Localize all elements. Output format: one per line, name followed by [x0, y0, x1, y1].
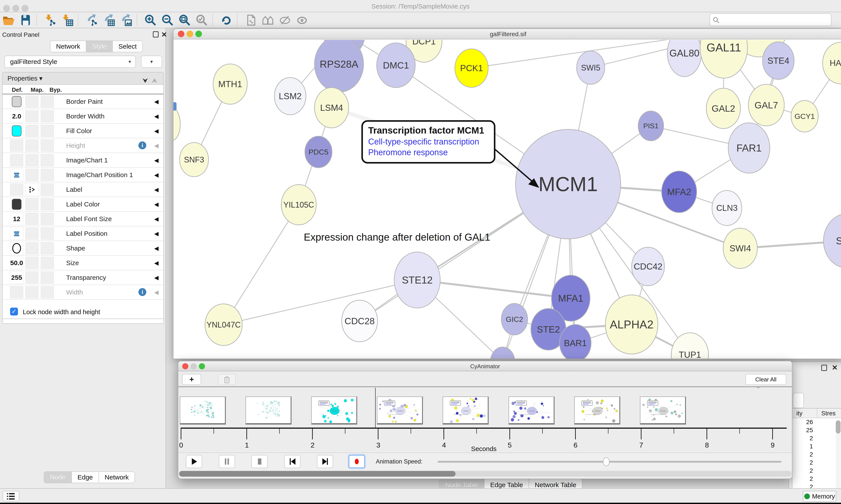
mapping-cell[interactable]: [25, 169, 38, 181]
PCK1-node[interactable]: [455, 49, 488, 87]
CLN3-node[interactable]: [712, 191, 742, 226]
expand-property-icon[interactable]: ◀: [154, 274, 159, 281]
frame-thumbnail-6s[interactable]: MCM1: [574, 396, 620, 425]
default-value-cell[interactable]: [10, 183, 23, 196]
column-stress[interactable]: Stres: [821, 410, 836, 417]
botcut-node[interactable]: [490, 347, 515, 359]
lock-size-checkbox[interactable]: ✓: [10, 308, 18, 316]
mapping-cell[interactable]: [25, 213, 38, 225]
column-divider[interactable]: [817, 409, 817, 418]
annotation-link-2[interactable]: Pheromone response: [368, 148, 492, 157]
search-input[interactable]: [710, 13, 831, 26]
zoom-fit-icon[interactable]: [178, 14, 191, 26]
expand-property-icon[interactable]: ◀: [154, 128, 159, 134]
bypass-cell[interactable]: [41, 213, 54, 225]
frame-thumbnail-1s[interactable]: [246, 396, 291, 425]
property-row-transparency[interactable]: 255Transparency◀: [3, 270, 163, 285]
LSM2-node[interactable]: [274, 77, 306, 115]
bypass-cell[interactable]: [41, 154, 54, 166]
memory-button[interactable]: Memory: [803, 491, 836, 502]
expand-property-icon[interactable]: ◀: [154, 172, 159, 178]
GAL80-node[interactable]: [667, 40, 701, 77]
bypass-cell[interactable]: [41, 140, 54, 152]
default-value-cell[interactable]: [10, 198, 23, 211]
bypass-cell[interactable]: [41, 110, 54, 122]
PDC5-node[interactable]: [305, 136, 332, 168]
mapping-cell[interactable]: [25, 242, 38, 254]
property-row-height[interactable]: Heighti◀: [3, 138, 163, 153]
tab-edge-style[interactable]: Edge: [72, 471, 99, 483]
task-history-button[interactable]: [3, 491, 19, 501]
style-options-button[interactable]: ▾: [141, 56, 162, 68]
bypass-cell[interactable]: [41, 169, 54, 181]
property-row-image-chart-position-1[interactable]: Image/Chart Position 1◀: [3, 168, 163, 182]
default-value-cell[interactable]: 2.0: [10, 110, 23, 122]
bypass-cell[interactable]: [41, 271, 54, 284]
property-row-size[interactable]: 50.0Size◀: [3, 256, 163, 270]
pause-button[interactable]: [219, 455, 235, 468]
table-row[interactable]: 2: [792, 467, 841, 475]
property-row-border-width[interactable]: 2.0Border Width◀: [3, 109, 163, 124]
default-value-cell[interactable]: [10, 125, 23, 137]
expand-property-icon[interactable]: ◀: [154, 201, 159, 208]
float-panel-icon[interactable]: [153, 31, 159, 37]
mapping-cell[interactable]: [25, 140, 38, 152]
mapping-cell[interactable]: [25, 154, 38, 166]
property-row-width[interactable]: Widthi◀: [3, 285, 163, 300]
save-session-icon[interactable]: [19, 14, 32, 26]
import-network-icon[interactable]: [44, 14, 56, 26]
timeline-axis[interactable]: [181, 428, 787, 429]
bypass-cell[interactable]: [41, 286, 54, 299]
frame-thumbnail-2s[interactable]: MCM1: [311, 396, 357, 425]
cyanimator-titlebar[interactable]: CyAnimator: [178, 361, 792, 371]
speed-slider-handle[interactable]: [603, 457, 609, 466]
first-neighbors-icon[interactable]: [262, 14, 274, 26]
export-table-icon[interactable]: [103, 14, 115, 26]
default-value-cell[interactable]: [10, 242, 23, 254]
expand-property-icon[interactable]: ◀: [154, 216, 159, 222]
STE12-node[interactable]: [394, 252, 440, 308]
property-row-label[interactable]: Label◀: [3, 182, 163, 197]
mapping-cell[interactable]: [25, 95, 38, 108]
column-connectivity[interactable]: ity: [796, 410, 803, 417]
properties-header[interactable]: Properties ▾ ⮟ ⮝: [3, 72, 163, 85]
tab-network[interactable]: Network: [50, 40, 86, 52]
expand-property-icon[interactable]: ◀: [154, 260, 159, 267]
mapping-cell[interactable]: [25, 110, 38, 122]
style-selector[interactable]: galFiltered Style ▾: [4, 56, 136, 68]
info-icon[interactable]: i: [139, 141, 146, 149]
skip-start-button[interactable]: [284, 455, 301, 468]
play-button[interactable]: [186, 455, 202, 468]
close-table-panel-icon[interactable]: ✕: [832, 363, 838, 372]
SNF3-node[interactable]: [180, 143, 209, 177]
frame-thumbnail-4s[interactable]: MCM1: [443, 396, 489, 425]
refresh-icon[interactable]: [220, 14, 233, 26]
default-value-cell[interactable]: 12: [10, 213, 23, 225]
close-panel-icon[interactable]: ✕: [161, 31, 167, 39]
zoom-in-icon[interactable]: [144, 14, 157, 26]
table-row[interactable]: 2: [792, 451, 841, 459]
annotation-box[interactable]: Transcription factor MCM1 Cell-type-spec…: [361, 120, 496, 164]
expand-property-icon[interactable]: ◀: [154, 186, 159, 193]
bypass-cell[interactable]: [41, 125, 54, 137]
tab-node-style[interactable]: Node: [44, 471, 72, 483]
mapping-cell[interactable]: [25, 228, 38, 240]
default-value-cell[interactable]: [10, 169, 23, 181]
mapping-cell[interactable]: [25, 257, 38, 269]
bypass-cell[interactable]: [41, 198, 54, 211]
RPS28A-node[interactable]: [315, 40, 363, 92]
table-toolbar-button[interactable]: [793, 393, 804, 408]
stop-button[interactable]: [251, 455, 268, 468]
default-value-cell[interactable]: [10, 286, 23, 299]
add-frame-button[interactable]: +: [182, 374, 201, 385]
hide-details-icon[interactable]: [279, 14, 291, 26]
GAL11-node[interactable]: [700, 40, 748, 78]
property-row-border-paint[interactable]: Border Paint◀: [3, 94, 163, 109]
zoom-selected-icon[interactable]: [195, 14, 208, 26]
annotation-link-1[interactable]: Cell-type-specific transcription: [368, 137, 492, 146]
table-scrollbar[interactable]: [836, 420, 841, 492]
mapping-cell[interactable]: [25, 286, 38, 299]
frame-thumbnail-3s[interactable]: MCM1: [377, 396, 423, 425]
open-session-icon[interactable]: [2, 14, 15, 26]
table-row[interactable]: 1: [792, 443, 841, 451]
